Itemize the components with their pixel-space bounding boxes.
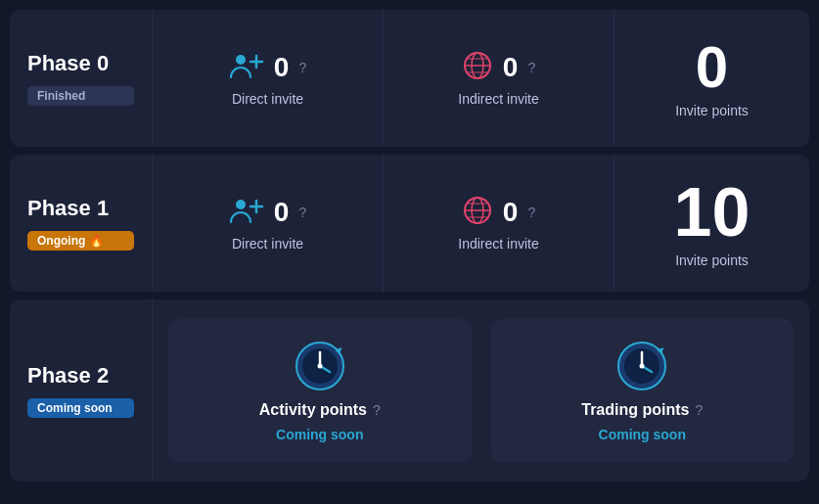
- phase-1-row: Phase 1 Ongoing 🔥 0 ? Direct invite: [10, 155, 809, 292]
- phase-2-badge: Coming soon: [27, 398, 134, 418]
- phase-2-row: Phase 2 Coming soon: [10, 299, 809, 481]
- phase-1-badge: Ongoing 🔥: [27, 231, 134, 251]
- phase-2-title: Phase 2: [27, 363, 134, 389]
- phase-0-badge: Finished: [27, 86, 134, 106]
- activity-coming-soon: Coming soon: [276, 427, 363, 442]
- phase-0-direct-invite-section: 0 ? Direct invite: [152, 10, 383, 147]
- svg-point-0: [236, 55, 246, 65]
- phase-1-indirect-count: 0: [503, 197, 519, 228]
- phase-1-indirect-icon-row: 0 ?: [462, 195, 535, 230]
- phases-container: Phase 0 Finished 0 ? Direct invite: [10, 10, 809, 481]
- phase-0-indirect-count: 0: [503, 52, 519, 83]
- phase-1-indirect-question[interactable]: ?: [527, 205, 535, 220]
- phase-1-indirect-label: Indirect invite: [458, 236, 538, 252]
- direct-invite-icon-1: [229, 195, 264, 230]
- indirect-invite-icon-1: [462, 195, 493, 230]
- phase-0-direct-question[interactable]: ?: [298, 60, 306, 75]
- trading-points-label: Trading points: [581, 401, 689, 419]
- phase-0-label-section: Phase 0 Finished: [10, 10, 152, 147]
- svg-point-26: [640, 364, 645, 369]
- phase-1-direct-invite-section: 0 ? Direct invite: [152, 155, 383, 292]
- trading-points-card: Trading points ? Coming soon: [491, 319, 795, 462]
- phase-1-indirect-invite-section: 0 ? Indirect invite: [383, 155, 614, 292]
- activity-points-icon: [293, 339, 347, 393]
- svg-point-20: [317, 364, 322, 369]
- phase-0-indirect-label: Indirect invite: [458, 91, 538, 107]
- phase-1-points-number: 10: [674, 178, 751, 247]
- phase-0-points-label: Invite points: [675, 103, 749, 118]
- trading-points-question[interactable]: ?: [695, 402, 703, 418]
- phase-0-title: Phase 0: [27, 51, 134, 76]
- phase-1-points-label: Invite points: [675, 252, 749, 268]
- phase-0-row: Phase 0 Finished 0 ? Direct invite: [10, 10, 809, 147]
- phase-1-direct-label: Direct invite: [232, 236, 303, 252]
- phase-0-indirect-question[interactable]: ?: [527, 60, 535, 75]
- phase-0-indirect-icon-row: 0 ?: [462, 50, 535, 85]
- phase-2-cards-container: Activity points ? Coming soon: [152, 299, 809, 481]
- phase-1-title: Phase 1: [27, 196, 134, 221]
- phase-0-points-section: 0 Invite points: [614, 10, 809, 147]
- phase-1-points-section: 10 Invite points: [614, 155, 809, 292]
- phase-0-indirect-invite-section: 0 ? Indirect invite: [383, 10, 614, 147]
- svg-point-8: [236, 200, 246, 209]
- trading-points-icon: [614, 339, 669, 393]
- phase-1-direct-question[interactable]: ?: [298, 205, 306, 220]
- phase-0-points-number: 0: [696, 38, 728, 97]
- trading-points-title-row: Trading points ?: [581, 401, 703, 419]
- phase-1-direct-count: 0: [274, 197, 290, 228]
- indirect-invite-icon: [462, 50, 493, 85]
- direct-invite-icon: [229, 50, 264, 85]
- phase-1-direct-icon-row: 0 ?: [229, 195, 306, 230]
- activity-points-card: Activity points ? Coming soon: [168, 319, 472, 462]
- activity-points-title-row: Activity points ?: [259, 401, 381, 419]
- phase-0-direct-label: Direct invite: [232, 91, 303, 107]
- phase-0-direct-count: 0: [274, 52, 290, 83]
- phase-1-label-section: Phase 1 Ongoing 🔥: [10, 155, 152, 292]
- activity-points-label: Activity points: [259, 401, 367, 419]
- trading-coming-soon: Coming soon: [599, 427, 686, 442]
- phase-0-direct-icon-row: 0 ?: [229, 50, 306, 85]
- phase-2-label-section: Phase 2 Coming soon: [10, 299, 152, 481]
- activity-points-question[interactable]: ?: [373, 402, 381, 418]
